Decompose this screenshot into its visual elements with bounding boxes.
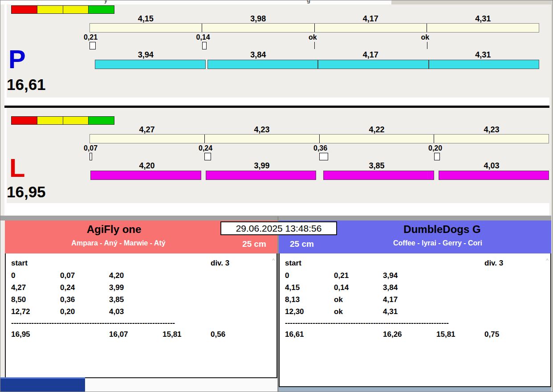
time-label: 3,85 (319, 161, 434, 171)
background-strip (279, 387, 551, 392)
result-cell: ----------------------------------------… (285, 318, 449, 327)
background-taskbar-window (0, 377, 85, 392)
result-cell: 0,36 (60, 295, 75, 304)
result-cell: ok (334, 307, 343, 316)
result-row: 8,500,363,85 (6, 295, 276, 307)
clipped-tab-text: ý (104, 0, 107, 4)
datetime-display: 29.06.2025 13:48:56 (220, 221, 337, 235)
time-label: 4,23 (434, 125, 549, 135)
result-cell: 4,27 (11, 283, 26, 292)
result-cell: 3,85 (109, 295, 124, 304)
clipped-tab-text: g (307, 0, 310, 4)
lane-total-time: 16,95 (7, 184, 46, 200)
result-cell: 0,20 (60, 307, 75, 316)
result-row: startdiv. 3 (6, 259, 276, 271)
team-results[interactable]: startdiv. 300,074,204,270,243,998,500,36… (5, 253, 277, 378)
result-cell: 3,84 (383, 283, 398, 292)
upper-bar-segment (205, 135, 320, 143)
result-cell: div. 3 (484, 259, 503, 268)
result-cell: 0,75 (484, 330, 499, 339)
result-cell: 0,21 (334, 271, 349, 280)
time-label: 4,22 (319, 125, 434, 135)
time-label: 4,20 (89, 161, 204, 171)
time-label: 4,27 (89, 125, 204, 135)
status-light (37, 116, 63, 125)
lower-bar-segment (206, 171, 317, 180)
upper-time-bar (89, 134, 549, 143)
time-label: 4,23 (204, 125, 319, 135)
height-badge: 25 cm (290, 239, 314, 249)
result-cell: 4,15 (285, 283, 300, 292)
result-cell: 16,07 (109, 330, 128, 339)
result-row: 8,13ok4,17 (280, 295, 550, 307)
result-cell: ok (334, 295, 343, 304)
exchange-times: 0,070,240,360,20 (89, 144, 549, 152)
team-members: Coffee - lyrai - Gerry - Cori (326, 239, 549, 247)
result-cell: 15,81 (436, 330, 455, 339)
lower-bar-segment (439, 171, 549, 180)
time-label: 4,03 (434, 161, 549, 171)
app-window: ý g P 16,61 4,153,984,174,31 0,210,14oko… (0, 0, 553, 392)
result-cell: div. 3 (211, 259, 229, 268)
result-cell: 4,31 (383, 307, 398, 316)
result-row: ----------------------------------------… (280, 318, 550, 331)
result-cell: 3,94 (383, 271, 398, 280)
result-cell: start (285, 259, 301, 268)
exchange-markers (89, 153, 549, 161)
result-cell: 4,20 (109, 271, 124, 280)
status-light (63, 116, 89, 125)
team-panel-left: AgiFly one Ampara - Aný - Marwie - Atý 2… (5, 220, 277, 378)
result-cell: 16,61 (285, 330, 304, 339)
height-badge: 25 cm (242, 239, 266, 249)
lane-letter: L (9, 155, 25, 181)
result-row: 16,6116,2615,810,75 (280, 330, 550, 342)
result-cell: ----------------------------------------… (11, 318, 175, 327)
scroll-up-icon[interactable]: ^ (272, 258, 275, 263)
result-cell: 15,81 (163, 330, 182, 339)
result-row: ----------------------------------------… (6, 318, 276, 331)
status-light (88, 116, 114, 125)
team-panel-right: DumbleDogs G Coffee - lyrai - Gerry - Co… (279, 220, 551, 387)
exchange-window-box (319, 153, 328, 160)
upper-bar-segment (320, 135, 435, 143)
result-cell: 12,72 (11, 307, 30, 316)
result-cell: 8,50 (11, 295, 26, 304)
team-name: AgiFly one (5, 223, 223, 236)
results-rows: startdiv. 300,074,204,270,243,998,500,36… (6, 253, 276, 377)
result-cell: 8,13 (285, 295, 300, 304)
result-row: 4,270,243,99 (6, 283, 276, 295)
result-cell: 12,30 (285, 307, 304, 316)
timing-display: P 16,61 4,153,984,174,31 0,210,14okok 3,… (0, 4, 551, 220)
status-light (11, 116, 37, 125)
team-name: DumbleDogs G (333, 223, 551, 236)
team-results[interactable]: startdiv. 300,213,944,150,143,848,13ok4,… (279, 253, 551, 387)
result-cell: 0 (11, 271, 15, 280)
result-cell: 0,14 (334, 283, 349, 292)
status-lights (11, 116, 114, 125)
time-label: 0,36 (313, 144, 327, 152)
result-cell: 0,56 (211, 330, 225, 339)
result-cell: 4,03 (109, 307, 124, 316)
time-label: 0,20 (428, 144, 442, 152)
exchange-window-box (89, 153, 92, 160)
exchange-window-box (434, 153, 440, 160)
time-label: 0,07 (84, 144, 98, 152)
team-members: Ampara - Aný - Marwie - Atý (7, 239, 230, 247)
upper-bar-segment (434, 135, 549, 143)
exchange-window-box (204, 153, 211, 160)
result-row: 00,074,20 (6, 271, 276, 283)
results-rows: startdiv. 300,213,944,150,143,848,13ok4,… (280, 253, 550, 386)
result-row: startdiv. 3 (280, 259, 550, 271)
result-cell: 0,07 (60, 271, 75, 280)
result-cell: 16,26 (383, 330, 402, 339)
result-cell: 4,17 (383, 295, 398, 304)
upper-bar-segment (90, 135, 205, 143)
window-right-border (551, 0, 553, 392)
lower-time-bar (90, 171, 549, 180)
lower-bar-segment (323, 171, 434, 180)
scroll-up-icon[interactable]: ^ (546, 258, 549, 263)
background-window-edge: ý g (0, 0, 391, 4)
result-cell: 3,99 (109, 283, 124, 292)
result-cell: 0,24 (60, 283, 75, 292)
background-right-edge (391, 0, 553, 4)
